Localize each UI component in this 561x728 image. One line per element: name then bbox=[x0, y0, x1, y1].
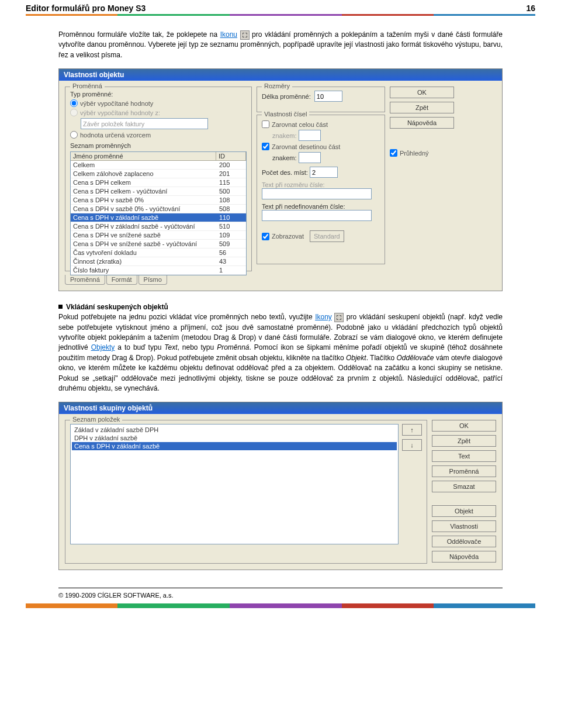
chk-zarovnat-desetinou[interactable] bbox=[262, 143, 269, 150]
link-ikony[interactable]: Ikony bbox=[315, 313, 332, 321]
btn2-promenna[interactable]: Proměnná bbox=[432, 465, 496, 477]
input-znak1[interactable] bbox=[299, 130, 321, 141]
list-item[interactable]: Základ v základní sazbě DPH bbox=[72, 426, 397, 434]
footer-copyright: © 1990-2009 CÍGLER SOFTWARE, a.s. bbox=[0, 588, 561, 603]
dialog-vlastnosti-objektu: Vlastnosti objektu Proměnná Typ proměnné… bbox=[58, 68, 503, 291]
btn2-napoveda[interactable]: Nápověda bbox=[432, 551, 496, 563]
input-text-nedef[interactable] bbox=[262, 210, 372, 221]
page-title: Editor formulářů pro Money S3 bbox=[26, 4, 146, 13]
chk-pruhledny[interactable] bbox=[390, 149, 397, 157]
table-row[interactable]: Cena s DPH celkem115 bbox=[71, 178, 246, 187]
btn2-zpet[interactable]: Zpět bbox=[432, 435, 496, 447]
table-row[interactable]: Cena s DPH ve snížené sazbě - vyúčtování… bbox=[71, 240, 246, 249]
btn2-smazat[interactable]: Smazat bbox=[432, 481, 496, 492]
btn-move-up[interactable]: ↑ bbox=[402, 424, 422, 436]
link-ikonu[interactable]: Ikonu bbox=[220, 30, 237, 39]
paragraph-seskupene: Pokud potřebujete na jednu pozici vkláda… bbox=[58, 312, 503, 394]
btn-move-down[interactable]: ↓ bbox=[402, 439, 422, 451]
table-row[interactable]: Cena s DPH v základní sazbě - vyúčtování… bbox=[71, 222, 246, 231]
intro-paragraph: Proměnnou formuláře vložíte tak, že pokl… bbox=[58, 30, 503, 60]
table-row[interactable]: Číslo faktury1 bbox=[71, 266, 246, 275]
combo-zaverpol[interactable] bbox=[81, 118, 208, 129]
tab-pismo[interactable]: Písmo bbox=[138, 275, 167, 285]
link-objekty[interactable]: Objekty bbox=[91, 343, 115, 351]
dialog1-titlebar: Vlastnosti objektu bbox=[59, 69, 502, 81]
btn2-oddelovace[interactable]: Oddělovače bbox=[432, 536, 496, 547]
btn2-ok[interactable]: OK bbox=[432, 420, 496, 432]
btn2-vlastnosti[interactable]: Vlastnosti bbox=[432, 520, 496, 532]
spin-pocet-des[interactable] bbox=[310, 167, 338, 178]
variable-table[interactable]: Jméno proměnnéID Celkem200Celkem zálohov… bbox=[70, 151, 247, 275]
table-row[interactable]: Cena s DPH v základní sazbě110 bbox=[71, 213, 246, 222]
input-text-rozmer[interactable] bbox=[262, 188, 372, 199]
list-item[interactable]: Cena s DPH v základní sazbě bbox=[72, 442, 397, 450]
page-number: 16 bbox=[526, 4, 535, 13]
table-row[interactable]: Cena s DPH v sazbě 0%108 bbox=[71, 196, 246, 205]
chk-zobrazovat[interactable] bbox=[262, 233, 269, 240]
footer-gradient bbox=[26, 603, 535, 608]
radio-vyber-vypocitane[interactable] bbox=[70, 99, 78, 107]
chk-zarovnat-celou[interactable] bbox=[262, 120, 269, 128]
variable-insert-icon bbox=[240, 30, 250, 40]
table-row[interactable]: Čas vytvoření dokladu56 bbox=[71, 249, 246, 257]
table-row[interactable]: Celkem zálohově zaplaceno201 bbox=[71, 170, 246, 178]
btn-standard[interactable]: Standard bbox=[310, 230, 344, 242]
btn-ok[interactable]: OK bbox=[390, 87, 454, 98]
label-typ-promenne: Typ proměnné: bbox=[70, 91, 247, 98]
list-polozky[interactable]: Základ v základní sazbě DPHDPH v základn… bbox=[70, 424, 399, 544]
table-row[interactable]: Cena s DPH celkem - vyúčtování500 bbox=[71, 187, 246, 196]
spin-delka[interactable] bbox=[314, 91, 342, 102]
btn-napoveda[interactable]: Nápověda bbox=[390, 117, 454, 129]
label-seznam-promennych: Seznam proměnných bbox=[70, 142, 247, 149]
dialog-vlastnosti-skupiny: Vlastnosti skupiny objektů Seznam polože… bbox=[58, 402, 503, 570]
list-item[interactable]: DPH v základní sazbě bbox=[72, 434, 397, 442]
table-row[interactable]: Celkem200 bbox=[71, 161, 246, 170]
input-znak2[interactable] bbox=[299, 152, 321, 163]
table-row[interactable]: Cena s DPH v sazbě 0% - vyúčtování508 bbox=[71, 205, 246, 213]
radio-hodnota-vzorcem[interactable] bbox=[70, 131, 78, 139]
btn2-text[interactable]: Text bbox=[432, 450, 496, 462]
group-insert-icon bbox=[334, 313, 344, 322]
header-divider bbox=[26, 14, 535, 16]
dialog2-titlebar: Vlastnosti skupiny objektů bbox=[59, 402, 502, 414]
btn2-objekt[interactable]: Objekt bbox=[432, 505, 496, 517]
table-row[interactable]: Cena s DPH ve snížené sazbě109 bbox=[71, 231, 246, 240]
btn-zpet[interactable]: Zpět bbox=[390, 102, 454, 113]
tab-promenna[interactable]: Proměnná bbox=[65, 275, 105, 285]
subheading-vkladani: Vkládání seskupených objektů bbox=[58, 303, 503, 311]
tab-format[interactable]: Formát bbox=[106, 275, 137, 285]
table-row[interactable]: Činnost (zkratka)43 bbox=[71, 257, 246, 266]
radio-vyber-z[interactable] bbox=[70, 109, 78, 116]
